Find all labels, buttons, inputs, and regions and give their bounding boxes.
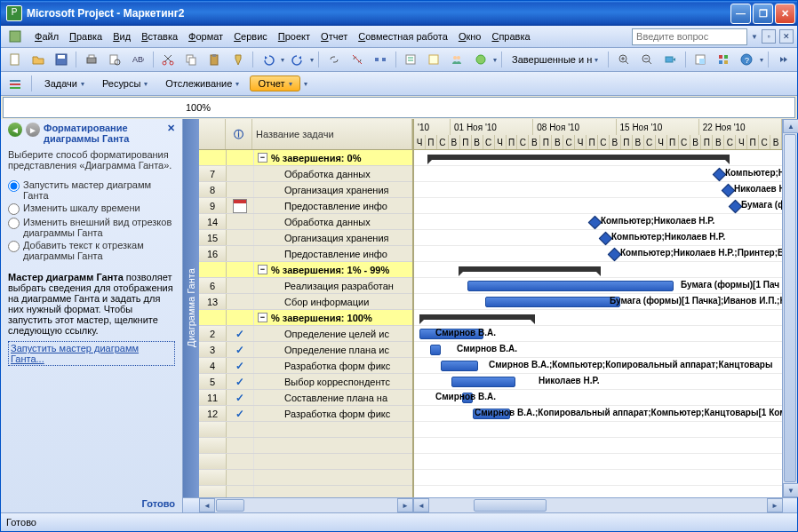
task-name-cell[interactable]: Реализация разработан bbox=[254, 278, 412, 293]
gantt-scroll-right-icon[interactable]: ► bbox=[767, 498, 783, 512]
task-bar[interactable] bbox=[430, 345, 441, 355]
vscroll[interactable]: ▲ ▼ bbox=[782, 119, 797, 497]
milestone-icon[interactable] bbox=[588, 216, 602, 230]
gantt-row[interactable]: Николаев Н.Р. bbox=[414, 374, 782, 390]
gantt-row[interactable]: Компьютер;Николаев Н.Р. bbox=[414, 230, 782, 246]
side-opt-0[interactable]: Запустить мастер диаграмм Ганта bbox=[8, 179, 175, 201]
side-opt-3[interactable]: Добавить текст к отрезкам диаграммы Гант… bbox=[8, 240, 175, 261]
task-name-cell[interactable]: Предоставление инфо bbox=[254, 246, 412, 261]
copy-button[interactable] bbox=[181, 49, 202, 70]
row-number[interactable] bbox=[199, 150, 227, 165]
row-number[interactable]: 13 bbox=[199, 294, 227, 309]
guide-options-icon[interactable]: ▾ bbox=[304, 80, 307, 88]
task-info-button[interactable] bbox=[401, 49, 421, 70]
scroll-left-icon[interactable]: ◄ bbox=[199, 498, 215, 512]
ms-office-button[interactable] bbox=[714, 49, 734, 70]
guide-report[interactable]: Отчет ▾ bbox=[250, 75, 299, 91]
print-button[interactable] bbox=[81, 49, 101, 70]
task-bar[interactable] bbox=[485, 297, 620, 307]
task-name-cell[interactable]: Определение плана ис bbox=[254, 342, 412, 357]
milestone-icon[interactable] bbox=[608, 248, 622, 262]
row-number[interactable] bbox=[199, 262, 227, 277]
side-opt-2[interactable]: Изменить внешний вид отрезков диаграммы … bbox=[8, 217, 175, 238]
gantt-row[interactable]: Смирнов В.А.;Копировальный аппарат;Компь… bbox=[414, 406, 782, 422]
gantt-row[interactable] bbox=[414, 438, 782, 454]
task-name-cell[interactable]: −% завершения: 1% - 99% bbox=[254, 262, 412, 277]
copy-picture-button[interactable] bbox=[690, 49, 711, 70]
side-opt-1[interactable]: Изменить шкалу времени bbox=[8, 202, 175, 215]
minimize-button[interactable]: — bbox=[730, 4, 751, 24]
task-row[interactable]: 14Обработка данных bbox=[199, 214, 412, 230]
cut-button[interactable] bbox=[158, 49, 179, 70]
print-preview-button[interactable] bbox=[104, 49, 124, 70]
help-input[interactable] bbox=[632, 28, 747, 45]
task-row[interactable]: 13Сбор информации bbox=[199, 294, 412, 310]
group-row[interactable]: −% завершения: 1% - 99% bbox=[199, 262, 412, 278]
task-name-cell[interactable]: Разработка форм фикс bbox=[254, 406, 412, 421]
menu-Формат[interactable]: Формат bbox=[183, 29, 228, 44]
gantt-row[interactable]: Компьютер;Ни bbox=[414, 166, 782, 182]
save-button[interactable] bbox=[51, 49, 71, 70]
task-bar[interactable] bbox=[451, 377, 515, 387]
task-row[interactable]: 7Обработка данных bbox=[199, 166, 412, 182]
guide-tracking[interactable]: Отслеживание ▾ bbox=[158, 76, 246, 91]
group-row[interactable]: −% завершения: 0% bbox=[199, 150, 412, 166]
task-row[interactable]: 15Организация хранения bbox=[199, 230, 412, 246]
scroll-down-icon[interactable]: ▼ bbox=[783, 483, 798, 497]
row-number[interactable] bbox=[199, 310, 227, 325]
open-button[interactable] bbox=[28, 49, 48, 70]
task-row[interactable]: 9Предоставление инфо bbox=[199, 198, 412, 214]
menu-Сервис[interactable]: Сервис bbox=[228, 29, 273, 44]
collapse-icon[interactable]: − bbox=[258, 265, 267, 274]
spell-button[interactable]: ABC bbox=[128, 49, 148, 70]
goto-task-button[interactable] bbox=[659, 49, 680, 70]
task-row[interactable]: 3✓Определение плана ис bbox=[199, 342, 412, 358]
new-button[interactable] bbox=[4, 49, 25, 70]
restore-doc-button[interactable]: ▫ bbox=[762, 29, 776, 44]
gantt-row[interactable] bbox=[414, 150, 782, 166]
gantt-row[interactable]: Компьютер;Николаев Н.Р. bbox=[414, 214, 782, 230]
hscroll-gantt[interactable]: ◄ ► bbox=[413, 498, 783, 512]
task-name-cell[interactable]: Составление плана на bbox=[254, 390, 412, 405]
guide-resources[interactable]: Ресурсы ▾ bbox=[95, 76, 155, 91]
task-row[interactable]: 12✓Разработка форм фикс bbox=[199, 406, 412, 422]
row-number[interactable]: 16 bbox=[199, 246, 227, 261]
scroll-up-icon[interactable]: ▲ bbox=[783, 119, 798, 133]
row-number[interactable]: 12 bbox=[199, 406, 227, 421]
timescale[interactable]: '1001 Ноя '1008 Ноя '1015 Ноя '1022 Ноя … bbox=[414, 119, 782, 150]
menu-Правка[interactable]: Правка bbox=[64, 29, 108, 44]
radio-0[interactable] bbox=[8, 180, 20, 192]
task-name-cell[interactable]: Обработка данных bbox=[254, 166, 412, 181]
collapse-icon[interactable]: − bbox=[258, 313, 267, 322]
col-rownum[interactable] bbox=[199, 119, 226, 149]
task-row[interactable]: 4✓Разработка форм фикс bbox=[199, 358, 412, 374]
task-row[interactable]: 8Организация хранения bbox=[199, 182, 412, 198]
row-number[interactable]: 6 bbox=[199, 278, 227, 293]
gantt-row[interactable] bbox=[414, 262, 782, 278]
task-row[interactable]: 11✓Составление плана на bbox=[199, 390, 412, 406]
milestone-icon[interactable] bbox=[599, 232, 613, 246]
menu-Проект[interactable]: Проект bbox=[273, 29, 315, 44]
milestone-icon[interactable] bbox=[713, 168, 727, 182]
task-bar[interactable] bbox=[467, 281, 674, 291]
gantt-row[interactable] bbox=[414, 422, 782, 438]
redo-dropdown-icon[interactable]: ▾ bbox=[310, 56, 314, 64]
group-row[interactable]: −% завершения: 100% bbox=[199, 310, 412, 326]
help-button[interactable]: ? bbox=[737, 49, 757, 70]
summary-bar[interactable] bbox=[419, 314, 535, 320]
row-number[interactable]: 14 bbox=[199, 214, 227, 229]
close-button[interactable]: ✕ bbox=[775, 4, 795, 24]
summary-bar[interactable] bbox=[459, 266, 601, 272]
collapse-icon[interactable]: − bbox=[258, 153, 267, 163]
menu-Отчет[interactable]: Отчет bbox=[315, 29, 353, 44]
col-taskname[interactable]: Название задачи bbox=[252, 119, 412, 149]
format-painter-button[interactable] bbox=[227, 49, 248, 70]
radio-3[interactable] bbox=[8, 241, 20, 252]
task-row[interactable]: 6Реализация разработан bbox=[199, 278, 412, 294]
hscroll-table[interactable]: ◄ ► bbox=[199, 498, 413, 512]
project-guide-icon[interactable] bbox=[4, 26, 26, 47]
menu-Файл[interactable]: Файл bbox=[29, 29, 64, 44]
radio-2[interactable] bbox=[8, 218, 20, 229]
col-indicator[interactable]: ⓘ bbox=[226, 119, 252, 149]
titlebar[interactable]: P Microsoft Project - Маркетинг2 — ❐ ✕ bbox=[1, 1, 797, 26]
